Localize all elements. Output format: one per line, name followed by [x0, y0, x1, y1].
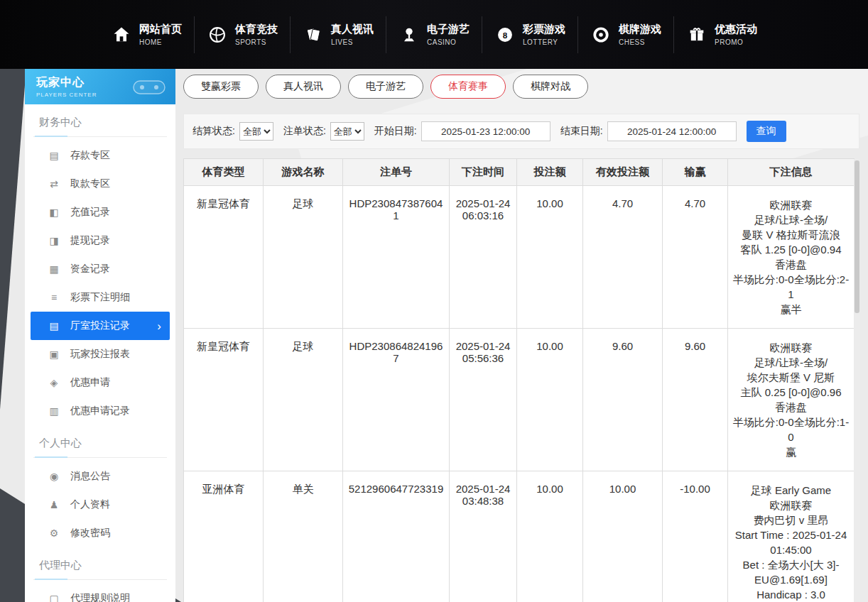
tab-live-casino[interactable]: 真人视讯	[266, 75, 341, 99]
column-header-game-name: 游戏名称	[264, 159, 343, 186]
recharge-record-icon: ◧	[46, 207, 62, 218]
sidebar-item-withdraw[interactable]: ⇄ 取款专区	[25, 170, 175, 198]
cell-bet-info: 欧洲联赛 足球/让球-全场/ 曼联 V 格拉斯哥流浪 客队 1.25 [0-0]…	[728, 186, 855, 329]
sidebar-subtitle: PLAYERS CENTER	[36, 92, 97, 98]
nav-label: 网站首页 HOME	[139, 23, 182, 46]
nav-item-lives[interactable]: 真人视讯 LIVES	[290, 16, 386, 53]
column-header-order-number: 注单号	[343, 159, 450, 186]
nav-item-home[interactable]: 网站首页 HOME	[99, 16, 194, 53]
gift-icon	[686, 24, 707, 45]
nav-item-sports[interactable]: 体育竞技 SPORTS	[194, 16, 290, 53]
nav-en-home: HOME	[139, 38, 182, 46]
sidebar-item-withdrawal-record[interactable]: ◨ 提现记录	[25, 226, 175, 255]
tab-board-games[interactable]: 棋牌对战	[513, 75, 588, 99]
cell-sport-type: 新皇冠体育	[184, 329, 264, 471]
main-content: 雙赢彩票 真人视讯 电子游艺 体育赛事 棋牌对战 结算状态: 全部 注单状态: …	[183, 69, 859, 602]
withdraw-icon: ⇄	[46, 178, 62, 190]
sidebar-item-announcements[interactable]: ◉ 消息公告	[25, 462, 175, 491]
funds-record-icon: ▦	[46, 263, 62, 275]
cell-bet-amount: 10.00	[517, 471, 583, 602]
sidebar-item-label: 修改密码	[70, 527, 110, 540]
sidebar-item-label: 取款专区	[70, 177, 110, 190]
sidebar-item-label: 个人资料	[70, 498, 110, 511]
sidebar-item-hall-bet-record[interactable]: ▤ 厅室投注记录 ›	[31, 312, 170, 340]
cell-order-number: 5212960647723319	[343, 471, 450, 602]
column-header-win-loss: 输赢	[663, 159, 728, 186]
cell-bet-info: 欧洲联赛 足球/让球-全场/ 埃尔夫斯堡 V 尼斯 主队 0.25 [0-0]@…	[728, 329, 855, 471]
nav-zh-lives: 真人视讯	[331, 23, 374, 36]
sidebar-item-promo-apply-record[interactable]: ▥ 优惠申请记录	[25, 397, 175, 425]
sports-ball-icon	[207, 24, 228, 45]
sidebar-item-recharge-record[interactable]: ◧ 充值记录	[25, 198, 175, 226]
cell-valid-bet-amount: 9.60	[583, 329, 663, 471]
nav-zh-promo: 优惠活动	[715, 23, 757, 36]
search-button[interactable]: 查询	[747, 121, 786, 142]
nav-en-lottery: LOTTERY	[523, 38, 565, 46]
sidebar-item-profile[interactable]: ♟ 个人资料	[25, 491, 175, 519]
sidebar-item-promo-apply[interactable]: ◈ 优惠申请	[25, 368, 175, 397]
table-row: 亚洲体育 单关 5212960647723319 2025-01-24 03:4…	[184, 471, 855, 602]
column-header-sport-type: 体育类型	[184, 159, 264, 186]
nav-item-lottery[interactable]: 8 彩票游戏 LOTTERY	[482, 16, 577, 53]
change-password-icon: ⚙	[46, 527, 62, 539]
joystick-icon	[398, 24, 420, 45]
home-icon	[111, 24, 132, 45]
nav-label: 体育竞技 SPORTS	[235, 23, 278, 46]
gamepad-icon	[130, 75, 168, 98]
sidebar-item-lottery-bet-detail[interactable]: ≡ 彩票下注明细	[25, 283, 175, 312]
table-row: 新皇冠体育 足球 HDP2308473876041 2025-01-24 06:…	[184, 186, 855, 329]
nav-label: 优惠活动 PROMO	[715, 23, 757, 46]
tab-double-win-lottery[interactable]: 雙赢彩票	[183, 75, 259, 99]
column-header-bet-info: 下注信息	[728, 159, 855, 186]
end-date-label: 结束日期:	[560, 125, 603, 138]
nav-zh-chess: 棋牌游戏	[619, 23, 661, 36]
end-date-input[interactable]	[607, 121, 737, 141]
cell-win-loss: 4.70	[663, 186, 728, 329]
sidebar-item-player-bet-report[interactable]: ▣ 玩家投注报表	[25, 340, 175, 368]
sidebar-item-funds-record[interactable]: ▦ 资金记录	[25, 255, 175, 283]
chevron-right-icon: ›	[157, 320, 161, 332]
bet-records-table: 体育类型 游戏名称 注单号 下注时间 投注额 有效投注额 输赢 下注信息 新皇冠…	[183, 158, 855, 602]
promo-apply-icon: ◈	[46, 377, 62, 388]
sidebar-title: 玩家中心	[36, 75, 97, 90]
promo-apply-record-icon: ▥	[46, 405, 62, 417]
order-status-select[interactable]: 全部	[330, 122, 364, 141]
sidebar-item-label: 提现记录	[70, 234, 110, 247]
players-center-header: 玩家中心 PLAYERS CENTER	[25, 69, 175, 104]
cell-game-name: 足球	[264, 329, 343, 471]
cell-order-number: HDP2308648241967	[343, 329, 450, 471]
nav-item-chess[interactable]: 棋牌游戏 CHESS	[577, 16, 673, 53]
hall-bet-record-icon: ▤	[46, 320, 62, 332]
cell-bet-time: 2025-01-24 03:48:38	[450, 471, 517, 602]
cell-valid-bet-amount: 10.00	[583, 471, 663, 602]
sidebar-item-agent-rules[interactable]: ▢ 代理规则说明	[25, 584, 175, 602]
table-scrollbar	[854, 159, 860, 602]
settle-status-select[interactable]: 全部	[239, 122, 273, 141]
tab-sports[interactable]: 体育赛事	[430, 75, 506, 99]
nav-label: 电子游艺 CASINO	[427, 23, 470, 46]
order-status-label: 注单状态:	[283, 125, 326, 138]
sidebar-item-label: 厅室投注记录	[70, 319, 130, 332]
announcement-icon: ◉	[46, 471, 62, 482]
page: 网站首页 HOME 体育竞技 SPORTS 真人视讯 LIVES	[0, 0, 868, 602]
section-header-personal: 个人中心	[33, 437, 167, 458]
sidebar: 玩家中心 PLAYERS CENTER 财务中心 ▤ 存款专区 ⇄ 取款专区 ◧…	[25, 69, 175, 602]
cell-order-number: HDP2308473876041	[343, 186, 450, 329]
nav-zh-lottery: 彩票游戏	[523, 23, 565, 36]
scrollbar-thumb[interactable]	[855, 160, 859, 313]
nav-label: 棋牌游戏 CHESS	[619, 23, 661, 46]
nav-item-promo[interactable]: 优惠活动 PROMO	[673, 16, 769, 53]
sidebar-item-deposit[interactable]: ▤ 存款专区	[25, 141, 175, 170]
sidebar-item-label: 优惠申请记录	[70, 405, 130, 417]
settle-status-label: 结算状态:	[192, 125, 235, 138]
player-bet-report-icon: ▣	[46, 349, 62, 360]
cell-sport-type: 新皇冠体育	[184, 186, 264, 329]
tab-slots[interactable]: 电子游艺	[348, 75, 423, 99]
cell-sport-type: 亚洲体育	[184, 471, 264, 602]
nav-en-lives: LIVES	[331, 38, 374, 46]
start-date-input[interactable]	[421, 121, 550, 141]
nav-item-casino[interactable]: 电子游艺 CASINO	[386, 16, 482, 53]
agent-rules-icon: ▢	[46, 593, 62, 602]
filter-bar: 结算状态: 全部 注单状态: 全部 开始日期: 结束日期: 查询	[183, 114, 859, 149]
sidebar-item-change-password[interactable]: ⚙ 修改密码	[25, 519, 175, 547]
